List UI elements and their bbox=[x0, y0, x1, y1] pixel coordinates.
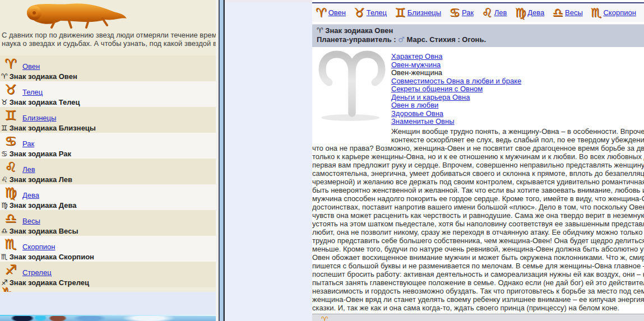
article-text: Женщин вообще трудно понять, а женщину-О… bbox=[312, 127, 644, 313]
footer-aries-icon: ♈ bbox=[321, 315, 328, 321]
sidebar-item-taurus: ♉Телец ♉Знак зодиака Телец bbox=[0, 81, 216, 107]
text-line: поспешит бросить работу: активная деятел… bbox=[312, 270, 644, 278]
frame-divider[interactable] bbox=[216, 0, 225, 321]
text-line: самостоятельна, энергична, умеет добиват… bbox=[312, 169, 644, 178]
sidebar-desc: Знак зодиака Телец bbox=[10, 98, 80, 106]
text-line: быть невероятно женственной и желанной. … bbox=[312, 186, 644, 194]
nav-item-libra: ♎Весы bbox=[552, 6, 582, 20]
article-links: Характер Овна Овен-мужчина Овен-женщина … bbox=[391, 53, 644, 126]
link-famous-aries[interactable]: Знаменитые Овны bbox=[391, 117, 455, 125]
cancer-icon[interactable]: ♋ bbox=[1, 134, 20, 148]
sidebar-item-cancer: ♋Рак ♋Знак зодиака Рак bbox=[0, 133, 216, 159]
nav-link-taurus[interactable]: Телец bbox=[367, 8, 387, 17]
libra-icon[interactable]: ♎ bbox=[552, 6, 563, 20]
text-line: пытаться занять главенствующее положение… bbox=[312, 278, 644, 287]
sidebar-frame: С давних пор по движению звезд люди отме… bbox=[0, 0, 216, 321]
leo-icon[interactable]: ♌ bbox=[481, 6, 493, 20]
nav-link-cancer[interactable]: Рак bbox=[462, 8, 474, 17]
sidebar-desc: Знак зодиака Стрелец bbox=[10, 278, 89, 287]
text-line: Овен обожает восхищенное внимание мужчин… bbox=[312, 253, 644, 262]
sign-header: ♈ Знак зодиака Овен Планета-управитель :… bbox=[312, 24, 644, 47]
link-character[interactable]: Характер Овна bbox=[391, 52, 443, 61]
sidebar-desc: Знак зодиака Лев bbox=[10, 175, 72, 184]
link-aries-man[interactable]: Овен-мужчина bbox=[391, 61, 441, 69]
libra-icon[interactable]: ♎ bbox=[1, 212, 20, 225]
nav-item-cancer: ♋Рак bbox=[449, 6, 474, 20]
nav-link-gemini[interactable]: Близнецы bbox=[407, 8, 441, 17]
sidebar-item-leo: ♌Лев ♌Знак зодиака Лев bbox=[0, 159, 216, 184]
cancer-icon[interactable]: ♋ bbox=[449, 6, 460, 20]
taurus-icon[interactable]: ♉ bbox=[1, 83, 20, 96]
sidebar-desc: Знак зодиака Рак bbox=[10, 150, 71, 158]
intro-line: наука о звездах и судьбах. А чтобы узнат… bbox=[2, 40, 216, 48]
scorpio-symbol: ♏ bbox=[1, 253, 8, 261]
text-line: только к карьере женщины-Овна, но и к ее… bbox=[312, 152, 644, 161]
sidebar-link-sagittarius[interactable]: Стрелец bbox=[22, 268, 52, 277]
sidebar-link-aries[interactable]: Овен bbox=[22, 62, 40, 71]
sidebar-link-cancer[interactable]: Рак bbox=[22, 139, 34, 148]
nav-link-libra[interactable]: Весы bbox=[565, 8, 583, 17]
virgo-icon[interactable]: ♍ bbox=[1, 186, 20, 199]
nav-item-taurus: ♉Телец bbox=[354, 6, 387, 20]
ruler-label: Планета-управитель : bbox=[317, 35, 396, 44]
sidebar-desc: Знак зодиака Весы bbox=[10, 227, 78, 235]
text-line: женщина-Овен вряд ли станет уделять свое… bbox=[312, 295, 644, 304]
nav-link-aries[interactable]: Овен bbox=[328, 8, 346, 17]
nav-link-leo[interactable]: Лев bbox=[494, 8, 507, 17]
aries-icon[interactable]: ♈ bbox=[1, 57, 20, 71]
sagittarius-icon[interactable]: ♐ bbox=[1, 263, 20, 277]
link-health[interactable]: Здоровье Овна bbox=[391, 109, 443, 118]
text-line: пишется с большой буквы и не разменивает… bbox=[312, 262, 644, 270]
nav-link-virgo[interactable]: Дева bbox=[527, 8, 544, 17]
text-line: трудно представить себе большего собстве… bbox=[312, 236, 644, 245]
main-page: ♈Овен ♉Телец ♊Близнецы ♋Рак ♌Лев ♍Дева ♎… bbox=[225, 0, 644, 321]
sidebar-link-taurus[interactable]: Телец bbox=[22, 88, 43, 96]
gemini-icon[interactable]: ♊ bbox=[1, 109, 20, 122]
scorpio-icon[interactable]: ♏ bbox=[1, 238, 20, 251]
link-money-career[interactable]: Деньги и карьера Овна bbox=[391, 93, 470, 101]
text-line: чрезмерной) и желанию все держать под св… bbox=[312, 178, 644, 186]
text-line: любит, она не позволит никому, сразу же … bbox=[312, 228, 644, 236]
zodiac-list: ♈Овен ♈Знак зодиака Овен ♉Телец ♉Знак зо… bbox=[0, 55, 216, 287]
taurus-symbol: ♉ bbox=[1, 98, 8, 106]
leo-symbol: ♌ bbox=[1, 175, 8, 184]
libra-symbol: ♎ bbox=[1, 227, 8, 235]
text-line: устоять на этом шатком пьедестале, хотя … bbox=[312, 220, 644, 228]
aries-icon[interactable]: ♈ bbox=[316, 6, 327, 20]
scorpio-icon[interactable]: ♏ bbox=[591, 6, 602, 20]
site-logo-ram-icon bbox=[16, 2, 129, 29]
sidebar-link-libra[interactable]: Весы bbox=[22, 217, 40, 225]
taurus-icon[interactable]: ♉ bbox=[354, 6, 365, 20]
banner-photo-strip[interactable] bbox=[0, 315, 216, 321]
sidebar-desc: Знак зодиака Скорпион bbox=[10, 253, 94, 261]
sidebar-link-scorpio[interactable]: Скорпион bbox=[22, 243, 55, 251]
nav-link-scorpio[interactable]: Скорпион bbox=[603, 8, 636, 17]
footer-nav-bar: ♈ bbox=[312, 314, 644, 321]
leo-icon[interactable]: ♌ bbox=[1, 160, 20, 174]
text-line: независимость и гордость невозможно обуз… bbox=[312, 287, 644, 295]
aries-symbol: ♈ bbox=[317, 26, 323, 35]
text-line: что она не права? Возможно, женщина-Овен… bbox=[312, 144, 644, 152]
sidebar-desc: Знак зодиака Близнецы bbox=[10, 124, 96, 132]
gemini-icon[interactable]: ♊ bbox=[395, 6, 406, 20]
nav-item-virgo: ♍Дева bbox=[515, 6, 544, 20]
link-aries-in-love[interactable]: Овен в любви bbox=[391, 101, 438, 109]
zodiac-nav-bar: ♈Овен ♉Телец ♊Близнецы ♋Рак ♌Лев ♍Дева ♎… bbox=[312, 3, 644, 22]
link-communication-secrets[interactable]: Секреты общения с Овном bbox=[391, 85, 483, 93]
sidebar-desc: Знак зодиака Дева bbox=[10, 201, 77, 210]
sidebar-link-gemini[interactable]: Близнецы bbox=[22, 114, 56, 122]
nav-item-aries: ♈Овен bbox=[316, 6, 346, 20]
virgo-icon[interactable]: ♍ bbox=[515, 6, 526, 20]
sidebar-item-scorpio: ♏Скорпион ♏Знак зодиака Скорпион bbox=[0, 236, 216, 262]
text-line: первая вам предложит руку и сердце. Впро… bbox=[312, 161, 644, 169]
text-line: Женщин вообще трудно понять, а женщину-О… bbox=[391, 127, 644, 136]
article-body: Характер Овна Овен-мужчина Овен-женщина … bbox=[312, 47, 644, 313]
link-compatibility[interactable]: Совместимость Овна в любви и браке bbox=[391, 77, 521, 85]
sidebar-link-virgo[interactable]: Дева bbox=[22, 191, 39, 199]
aries-symbol: ♈ bbox=[1, 72, 8, 81]
sidebar-desc: Знак зодиака Овен bbox=[10, 72, 77, 81]
zodiac-site-screenshot: { "colors": { "left_bg": "#f0ecdb", "row… bbox=[0, 0, 644, 321]
intro-text: С давних пор по движению звезд люди отме… bbox=[2, 31, 216, 48]
nav-item-gemini: ♊Близнецы bbox=[395, 6, 441, 20]
sidebar-link-leo[interactable]: Лев bbox=[22, 165, 35, 174]
